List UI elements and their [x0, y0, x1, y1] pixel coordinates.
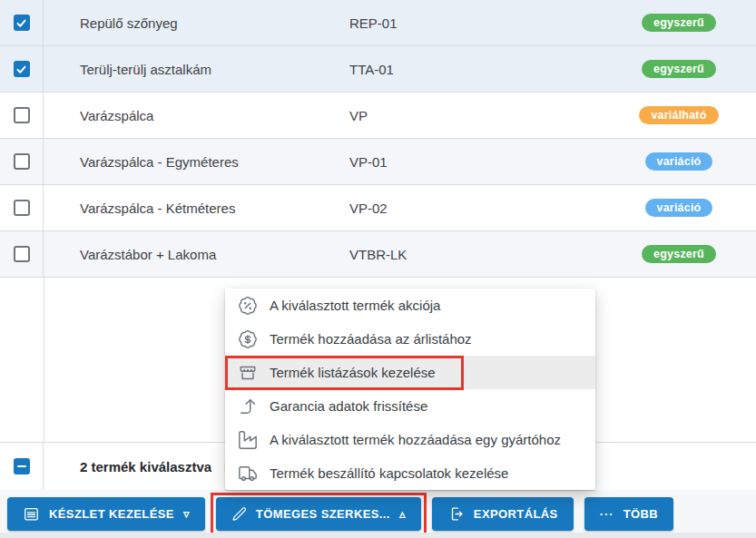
- menu-item-label: Termék listázások kezelése: [270, 365, 436, 380]
- ellipsis-icon: ···: [600, 507, 614, 521]
- chevron-up-icon: [399, 508, 406, 520]
- menu-item-label: Garancia adatok frissítése: [270, 398, 427, 414]
- product-name: Varázstábor + Lakoma: [44, 247, 349, 262]
- product-name: Terülj-terülj asztalkám: [44, 62, 349, 77]
- menu-item-label: A kiválasztott termék akciója: [270, 298, 440, 313]
- export-button[interactable]: EXPORTÁLÁS: [432, 497, 574, 531]
- products-table-screen: Repülő szőnyeg REP-01 egyszerű Terülj-te…: [0, 0, 756, 538]
- product-sku: VP: [349, 108, 602, 123]
- menu-item-label: A kiválasztott termék hozzáadása egy gyá…: [270, 432, 561, 447]
- status-badge: egyszerű: [642, 245, 716, 264]
- menu-item-add-to-pricelist[interactable]: Termék hozzáadása az árlistához: [225, 322, 595, 356]
- check-icon: [15, 17, 27, 29]
- truck-icon: [238, 464, 258, 484]
- more-button[interactable]: ··· TÖBB: [584, 497, 673, 531]
- product-name: Varázspálca: [44, 108, 349, 123]
- product-sku: VP-02: [349, 201, 602, 216]
- select-all-cell: [0, 443, 44, 490]
- row-checkbox[interactable]: [14, 61, 30, 77]
- store-icon: [238, 363, 258, 383]
- status-badge: egyszerű: [642, 60, 716, 79]
- export-icon: [447, 505, 465, 523]
- row-checkbox[interactable]: [14, 153, 30, 170]
- stock-management-button[interactable]: KÉSZLET KEZELÉSE: [7, 497, 205, 531]
- pencil-icon: [231, 506, 247, 522]
- product-sku: VP-01: [349, 154, 602, 170]
- product-table: Repülő szőnyeg REP-01 egyszerű Terülj-te…: [0, 0, 756, 278]
- product-sku: VTBR-LK: [349, 247, 602, 262]
- status-badge: variáció: [645, 199, 713, 218]
- bulk-edit-button[interactable]: TÖMEGES SZERKES...: [216, 497, 421, 531]
- product-sku: REP-01: [349, 15, 602, 31]
- page-bottom-edge: [0, 533, 756, 538]
- menu-item-label: Termék beszállító kapcsolatok kezelése: [270, 465, 508, 481]
- badge-percent-icon: [238, 296, 258, 316]
- menu-item-manage-listings[interactable]: Termék listázások kezelése: [225, 356, 595, 389]
- row-checkbox-cell: [0, 46, 44, 92]
- table-row[interactable]: Varázstábor + Lakoma VTBR-LK egyszerű: [0, 231, 756, 278]
- row-checkbox-cell: [0, 139, 44, 184]
- row-checkbox-cell: [0, 0, 44, 45]
- table-row[interactable]: Terülj-terülj asztalkám TTA-01 egyszerű: [0, 46, 756, 93]
- badge-dollar-icon: [238, 329, 258, 349]
- status-badge: variáció: [645, 152, 713, 171]
- chevron-down-icon: [183, 508, 190, 520]
- row-checkbox-cell: [0, 231, 44, 277]
- row-checkbox[interactable]: [14, 107, 30, 123]
- button-label: TÖMEGES SZERKES...: [256, 507, 390, 521]
- table-row[interactable]: Varázspálca - Egyméteres VP-01 variáció: [0, 139, 756, 185]
- menu-item-add-to-manufacturer[interactable]: A kiválasztott termék hozzáadása egy gyá…: [225, 423, 595, 456]
- factory-icon: [238, 430, 258, 450]
- corner-right-up-icon: [238, 396, 258, 416]
- button-label: KÉSZLET KEZELÉSE: [49, 507, 174, 521]
- row-checkbox[interactable]: [14, 200, 30, 216]
- warehouse-icon: [23, 505, 40, 523]
- row-checkbox[interactable]: [14, 15, 30, 31]
- menu-item-update-warranty[interactable]: Garancia adatok frissítése: [225, 389, 595, 423]
- table-row[interactable]: Repülő szőnyeg REP-01 egyszerű: [0, 0, 756, 46]
- bulk-actions-toolbar: KÉSZLET KEZELÉSE TÖMEGES SZERKES... EXPO…: [0, 490, 756, 538]
- table-row[interactable]: Varázspálca - Kétméteres VP-02 variáció: [0, 185, 756, 231]
- product-name: Varázspálca - Egyméteres: [44, 154, 349, 170]
- menu-item-label: Termék hozzáadása az árlistához: [270, 331, 472, 347]
- status-badge: egyszerű: [642, 14, 716, 33]
- row-checkbox-cell: [0, 185, 44, 230]
- menu-item-manage-supplier-relations[interactable]: Termék beszállító kapcsolatok kezelése: [225, 456, 595, 490]
- row-checkbox-cell: [0, 93, 44, 138]
- table-row[interactable]: Varázspálca VP variálható: [0, 93, 756, 139]
- status-badge: variálható: [639, 106, 718, 125]
- row-checkbox[interactable]: [14, 246, 30, 262]
- product-name: Varázspálca - Kétméteres: [44, 201, 349, 216]
- selected-count-text: 2 termék kiválasztva: [80, 459, 211, 474]
- indeterminate-dash-icon: [17, 465, 26, 467]
- menu-item-product-sale[interactable]: A kiválasztott termék akciója: [225, 289, 595, 322]
- button-label: EXPORTÁLÁS: [474, 507, 558, 521]
- product-name: Repülő szőnyeg: [44, 15, 349, 31]
- check-icon: [15, 64, 27, 75]
- select-all-checkbox[interactable]: [14, 458, 30, 474]
- bulk-edit-dropdown-menu: A kiválasztott termék akciója Termék hoz…: [225, 289, 595, 490]
- product-sku: TTA-01: [349, 62, 602, 77]
- button-label: TÖBB: [623, 507, 658, 521]
